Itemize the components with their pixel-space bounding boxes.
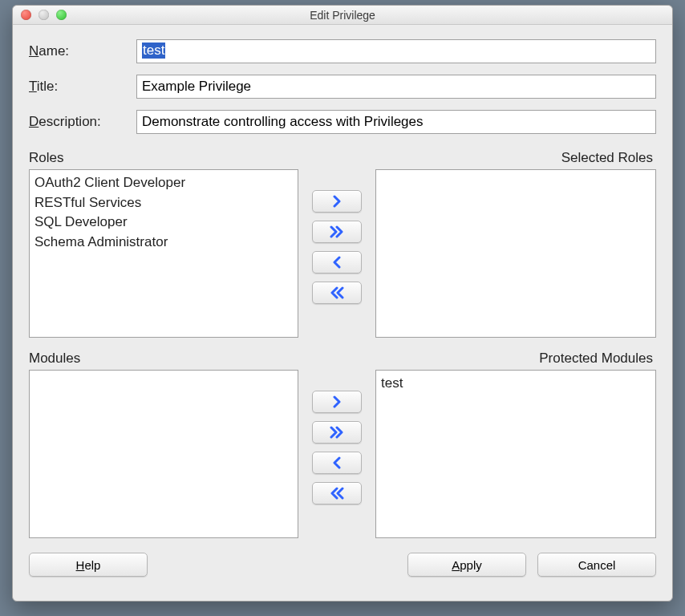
double-chevron-right-icon <box>329 426 345 439</box>
double-chevron-right-icon <box>329 225 345 238</box>
description-label: Description: <box>29 114 136 130</box>
modules-remove-button[interactable] <box>312 452 362 474</box>
window-controls <box>13 10 67 20</box>
dialog-window: Edit Privilege Name: test Title: Descrip… <box>12 5 673 602</box>
roles-available-list[interactable]: OAuth2 Client DeveloperRESTful ServicesS… <box>29 169 298 338</box>
title-field[interactable] <box>136 75 656 99</box>
list-item[interactable]: SQL Developer <box>34 213 293 233</box>
list-item[interactable]: Schema Administrator <box>34 233 293 253</box>
help-button[interactable]: Help <box>29 553 148 577</box>
zoom-icon[interactable] <box>56 10 67 20</box>
roles-remove-button[interactable] <box>312 251 362 274</box>
cancel-button[interactable]: Cancel <box>537 553 656 577</box>
row-name: Name: test <box>29 39 656 63</box>
list-item[interactable]: RESTful Services <box>34 193 293 213</box>
roles-mover <box>298 169 375 338</box>
roles-available-label: Roles <box>29 150 298 166</box>
row-title: Title: <box>29 75 656 99</box>
modules-selected-list[interactable]: test <box>375 370 656 538</box>
dialog-content: Name: test Title: Description: Roles Sel… <box>13 25 672 601</box>
roles-add-all-button[interactable] <box>312 221 362 243</box>
modules-add-button[interactable] <box>312 391 362 413</box>
double-chevron-left-icon <box>329 286 345 299</box>
chevron-right-icon <box>330 195 343 208</box>
minimize-icon[interactable] <box>39 10 49 20</box>
chevron-left-icon <box>330 456 343 469</box>
modules-mover <box>298 370 375 538</box>
modules-available-list[interactable] <box>29 370 298 538</box>
titlebar: Edit Privilege <box>13 6 672 25</box>
roles-section: Roles Selected Roles OAuth2 Client Devel… <box>29 150 656 338</box>
row-description: Description: <box>29 110 656 134</box>
dialog-footer: Help Apply Cancel <box>29 553 656 577</box>
roles-add-button[interactable] <box>312 190 362 213</box>
title-label: Title: <box>29 79 136 95</box>
roles-remove-all-button[interactable] <box>312 282 362 304</box>
double-chevron-left-icon <box>329 487 345 500</box>
chevron-right-icon <box>330 395 343 408</box>
chevron-left-icon <box>330 256 343 269</box>
description-field[interactable] <box>136 110 656 134</box>
modules-add-all-button[interactable] <box>312 421 362 444</box>
modules-remove-all-button[interactable] <box>312 482 362 505</box>
list-item[interactable]: OAuth2 Client Developer <box>34 173 293 193</box>
apply-button[interactable]: Apply <box>407 553 526 577</box>
modules-section: Modules Protected Modules <box>29 351 656 538</box>
roles-selected-label: Selected Roles <box>375 150 656 166</box>
name-field[interactable]: test <box>136 39 656 63</box>
modules-selected-label: Protected Modules <box>375 351 656 367</box>
modules-available-label: Modules <box>29 351 298 367</box>
name-label: Name: <box>29 43 136 59</box>
roles-selected-list[interactable] <box>375 169 656 338</box>
window-title: Edit Privilege <box>13 9 672 22</box>
list-item[interactable]: test <box>381 374 651 394</box>
close-icon[interactable] <box>21 10 31 20</box>
